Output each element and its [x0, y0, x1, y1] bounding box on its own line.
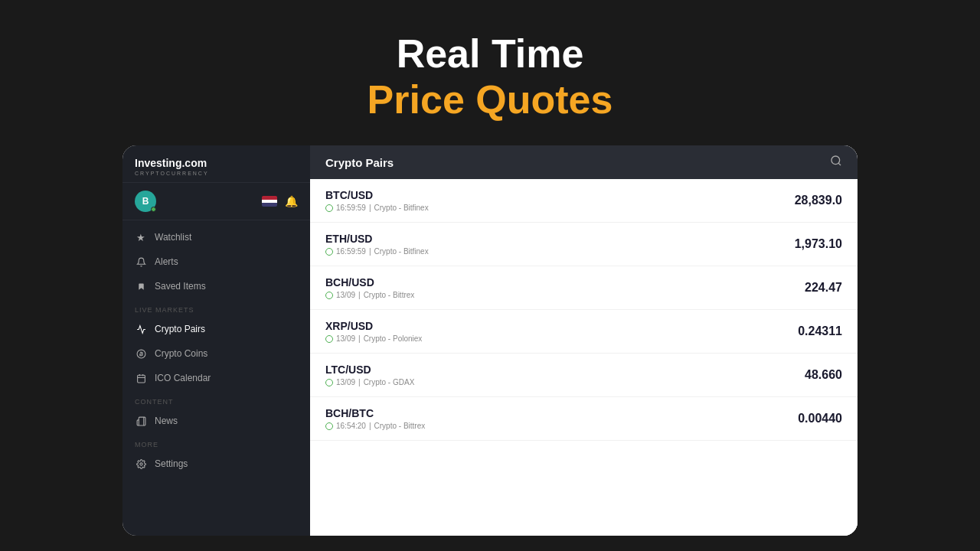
table-row[interactable]: BTC/USD 16:59:59 | Crypto - Bitfinex 28,…	[310, 179, 858, 223]
pair-meta: 13/09 | Crypto - GDAX	[325, 378, 414, 386]
clock-icon	[325, 248, 333, 256]
clock-icon	[325, 422, 333, 430]
section-content: Content	[122, 390, 310, 409]
sidebar-item-label: Crypto Coins	[155, 348, 207, 359]
clock-icon	[325, 204, 333, 212]
sidebar-item-label: Crypto Pairs	[155, 324, 205, 334]
bell-icon[interactable]: 🔔	[285, 195, 298, 207]
bitcoin-icon	[135, 347, 147, 360]
calendar-icon	[135, 372, 147, 384]
sidebar-header: B 🔔	[122, 183, 310, 220]
search-icon[interactable]	[830, 155, 842, 170]
pair-info: LTC/USD 13/09 | Crypto - GDAX	[325, 364, 414, 386]
svg-point-10	[831, 156, 840, 165]
pairs-list: BTC/USD 16:59:59 | Crypto - Bitfinex 28,…	[310, 179, 858, 536]
svg-rect-2	[137, 375, 145, 383]
pair-meta: 16:54:20 | Crypto - Bittrex	[325, 422, 425, 430]
pair-name: XRP/USD	[325, 320, 422, 332]
pair-price: 224.47	[805, 281, 842, 295]
hero-title-white: Real Time	[368, 31, 613, 77]
svg-point-9	[139, 462, 142, 465]
sidebar-item-crypto-coins[interactable]: Crypto Coins	[122, 341, 310, 366]
pair-time: 13/09	[336, 378, 355, 386]
sidebar-item-crypto-pairs[interactable]: Crypto Pairs	[122, 317, 310, 341]
star-icon: ★	[135, 231, 147, 243]
pair-info: BTC/USD 16:59:59 | Crypto - Bitfinex	[325, 189, 429, 212]
pair-price: 28,839.0	[795, 194, 842, 207]
sidebar-item-label: News	[155, 416, 178, 426]
sidebar-item-ico-calendar[interactable]: ICO Calendar	[122, 366, 310, 390]
sidebar-item-label: ICO Calendar	[155, 373, 211, 383]
flag-icon[interactable]	[262, 196, 277, 207]
main-title: Crypto Pairs	[325, 156, 394, 169]
table-row[interactable]: XRP/USD 13/09 | Crypto - Poloniex 0.2431…	[310, 310, 858, 354]
chart-icon	[135, 323, 147, 335]
sidebar-item-news[interactable]: News	[122, 409, 310, 433]
sidebar-item-settings[interactable]: Settings	[122, 452, 310, 476]
table-row[interactable]: BCH/USD 13/09 | Crypto - Bittrex 224.47	[310, 266, 858, 310]
sidebar-icons: 🔔	[262, 195, 298, 207]
sidebar-item-alerts[interactable]: Alerts	[122, 249, 310, 274]
table-row[interactable]: BCH/BTC 16:54:20 | Crypto - Bittrex 0.00…	[310, 397, 858, 441]
pair-price: 0.24311	[798, 324, 842, 338]
svg-line-11	[838, 163, 841, 165]
pair-info: ETH/USD 16:59:59 | Crypto - Bitfinex	[325, 233, 429, 256]
hero-section: Real Time Price Quotes	[368, 0, 613, 145]
pair-meta: 13/09 | Crypto - Poloniex	[325, 334, 422, 343]
pair-price: 48.660	[805, 368, 842, 382]
pair-source: Crypto - Bitfinex	[374, 247, 429, 256]
pair-name: BCH/USD	[325, 276, 414, 289]
pair-name: BCH/BTC	[325, 407, 425, 419]
bookmark-icon	[135, 280, 147, 292]
pair-name: ETH/USD	[325, 233, 429, 245]
pair-name: BTC/USD	[325, 189, 429, 201]
sidebar-item-label: Saved Items	[155, 281, 206, 292]
main-header: Crypto Pairs	[310, 145, 858, 179]
news-icon	[135, 415, 147, 427]
sidebar-logo: Investing.com CRYPTOCURRENCY	[122, 145, 310, 183]
table-row[interactable]: ETH/USD 16:59:59 | Crypto - Bitfinex 1,9…	[310, 223, 858, 266]
avatar[interactable]: B	[135, 191, 156, 212]
pair-time: 16:59:59	[336, 247, 366, 256]
pair-price: 0.00440	[798, 412, 842, 425]
sidebar-item-saved-items[interactable]: Saved Items	[122, 274, 310, 298]
settings-icon	[135, 458, 147, 470]
clock-icon	[325, 379, 333, 386]
pair-info: BCH/USD 13/09 | Crypto - Bittrex	[325, 276, 414, 299]
sidebar-item-label: Alerts	[155, 256, 178, 267]
sidebar-nav: ★ Watchlist Alerts Saved Items Live Mark…	[122, 220, 310, 536]
pair-name: LTC/USD	[325, 364, 414, 376]
pair-meta: 16:59:59 | Crypto - Bitfinex	[325, 247, 429, 256]
pair-meta: 13/09 | Crypto - Bittrex	[325, 291, 414, 299]
pair-source: Crypto - Bittrex	[374, 422, 426, 430]
section-more: More	[122, 433, 310, 452]
sidebar: Investing.com CRYPTOCURRENCY B 🔔	[122, 145, 310, 536]
pair-source: Crypto - GDAX	[364, 378, 415, 386]
hero-title-orange: Price Quotes	[368, 77, 613, 122]
sidebar-item-watchlist[interactable]: ★ Watchlist	[122, 225, 310, 249]
pair-time: 13/09	[336, 291, 355, 299]
pair-time: 16:54:20	[336, 422, 366, 430]
pair-source: Crypto - Bittrex	[364, 291, 415, 299]
device-frame: Investing.com CRYPTOCURRENCY B 🔔	[122, 145, 858, 536]
table-row[interactable]: LTC/USD 13/09 | Crypto - GDAX 48.660	[310, 354, 858, 397]
clock-icon	[325, 292, 333, 299]
section-live-markets: Live Markets	[122, 298, 310, 317]
logo-sub: CRYPTOCURRENCY	[135, 171, 298, 176]
pair-info: BCH/BTC 16:54:20 | Crypto - Bittrex	[325, 407, 425, 430]
pair-price: 1,973.10	[795, 237, 842, 251]
pair-source: Crypto - Poloniex	[364, 334, 423, 343]
main-content: Crypto Pairs BTC/USD 16:59:59 | Crypto -…	[310, 145, 858, 536]
sidebar-item-label: Watchlist	[155, 232, 191, 243]
alerts-icon	[135, 256, 147, 268]
pair-source: Crypto - Bitfinex	[374, 204, 429, 212]
sidebar-item-label: Settings	[155, 458, 188, 469]
pair-meta: 16:59:59 | Crypto - Bitfinex	[325, 204, 429, 212]
pair-time: 13/09	[336, 334, 355, 343]
logo-text: Investing.com	[135, 157, 207, 169]
pair-time: 16:59:59	[336, 204, 366, 212]
pair-info: XRP/USD 13/09 | Crypto - Poloniex	[325, 320, 422, 343]
avatar-online-dot	[151, 207, 156, 212]
app-inner: Investing.com CRYPTOCURRENCY B 🔔	[122, 145, 858, 536]
clock-icon	[325, 335, 333, 343]
